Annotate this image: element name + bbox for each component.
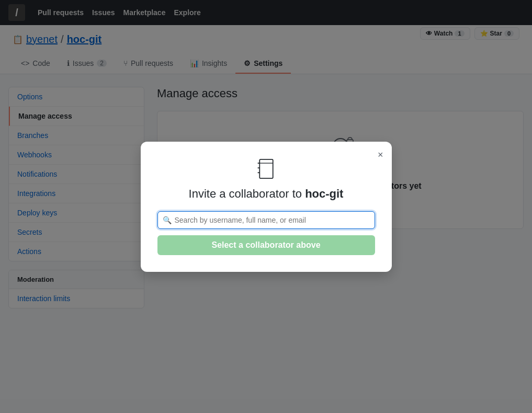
select-collaborator-button[interactable]: Select a collaborator above [157,235,375,255]
collaborator-search-input[interactable] [157,211,375,229]
search-wrapper: 🔍 [157,211,375,229]
modal-close-button[interactable]: × [378,150,383,159]
modal-overlay[interactable]: × Invite a collaborator to hoc-git 🔍 Sel… [0,0,532,329]
modal-title: Invite a collaborator to hoc-git [157,187,375,201]
svg-rect-11 [259,159,273,178]
invite-collaborator-modal: × Invite a collaborator to hoc-git 🔍 Sel… [141,142,392,272]
modal-icon [157,158,375,181]
search-icon: 🔍 [163,216,172,224]
